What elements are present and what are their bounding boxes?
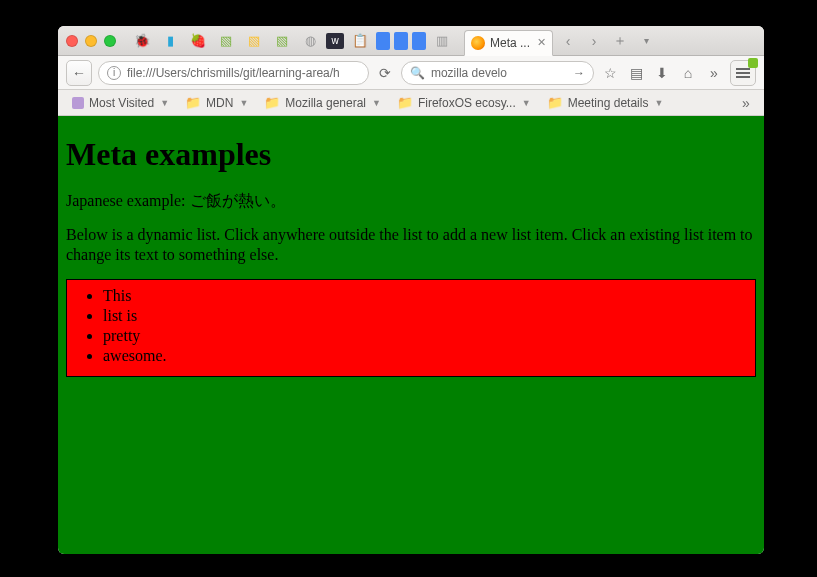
folder-icon: 📁 <box>397 95 413 110</box>
pinned-tab-icon[interactable]: w <box>326 33 344 49</box>
hamburger-icon <box>736 68 750 78</box>
tab-scroll-left-button[interactable]: ‹ <box>557 30 579 52</box>
list-item[interactable]: This <box>103 286 747 306</box>
pinned-tab-icon[interactable] <box>412 32 426 50</box>
search-icon: 🔍 <box>410 66 425 80</box>
reload-button[interactable]: ⟳ <box>375 63 395 83</box>
search-placeholder: mozilla develo <box>431 66 507 80</box>
arrow-left-icon: ← <box>72 65 86 81</box>
star-icon <box>72 97 84 109</box>
bookmark-star-button[interactable]: ☆ <box>600 63 620 83</box>
chevron-down-icon: ▼ <box>654 98 663 108</box>
home-button[interactable]: ⌂ <box>678 63 698 83</box>
titlebar: 🐞 ▮ 🍓 ▧ ▧ ▧ ◍ w 📋 ▥ Meta ... ✕ ‹ › ＋ ▾ <box>58 26 764 56</box>
bookmark-item-most-visited[interactable]: Most Visited ▼ <box>66 94 175 112</box>
bookmark-label: Most Visited <box>89 96 154 110</box>
folder-icon: 📁 <box>264 95 280 110</box>
page-heading: Meta examples <box>66 136 756 173</box>
overflow-button[interactable]: » <box>704 63 724 83</box>
bookmark-folder-meeting-details[interactable]: 📁 Meeting details ▼ <box>541 93 670 112</box>
navigation-toolbar: ← i file:///Users/chrismills/git/learnin… <box>58 56 764 90</box>
window-controls <box>66 35 116 47</box>
japanese-example-text: Japanese example: ご飯が熱い。 <box>66 191 756 211</box>
active-tab[interactable]: Meta ... ✕ <box>464 30 553 56</box>
bookmarks-overflow-button[interactable]: » <box>736 93 756 113</box>
pinned-tab-icon[interactable]: ◍ <box>298 31 322 51</box>
folder-icon: 📁 <box>185 95 201 110</box>
back-button[interactable]: ← <box>66 60 92 86</box>
address-bar[interactable]: i file:///Users/chrismills/git/learning-… <box>98 61 369 85</box>
dynamic-list: This list is pretty awesome. <box>75 286 747 366</box>
chevron-down-icon: ▼ <box>160 98 169 108</box>
bookmark-folder-firefoxos[interactable]: 📁 FirefoxOS ecosy... ▼ <box>391 93 537 112</box>
chevron-down-icon: ▼ <box>239 98 248 108</box>
pinned-tab-icon[interactable]: ▧ <box>242 31 266 51</box>
pinned-tab-icon[interactable]: 📋 <box>348 31 372 51</box>
chevron-down-icon: ▼ <box>522 98 531 108</box>
menu-button[interactable] <box>730 60 756 86</box>
new-tab-button[interactable]: ＋ <box>609 30 631 52</box>
pinned-tab-icon[interactable] <box>376 32 390 50</box>
bookmark-folder-mdn[interactable]: 📁 MDN ▼ <box>179 93 254 112</box>
reload-icon: ⟳ <box>379 65 391 81</box>
pinned-tabs: 🐞 ▮ 🍓 ▧ ▧ ▧ ◍ w 📋 ▥ <box>130 31 454 51</box>
minimize-window-button[interactable] <box>85 35 97 47</box>
search-box[interactable]: 🔍 mozilla develo → <box>401 61 594 85</box>
bookmark-folder-mozilla-general[interactable]: 📁 Mozilla general ▼ <box>258 93 387 112</box>
site-info-icon[interactable]: i <box>107 66 121 80</box>
close-window-button[interactable] <box>66 35 78 47</box>
chevron-down-icon: ▼ <box>372 98 381 108</box>
bookmark-label: MDN <box>206 96 233 110</box>
page-content[interactable]: Meta examples Japanese example: ご飯が熱い。 B… <box>58 116 764 554</box>
pinned-tab-icon[interactable]: ▧ <box>214 31 238 51</box>
update-badge-icon <box>748 58 758 68</box>
list-item[interactable]: list is <box>103 306 747 326</box>
bookmark-label: FirefoxOS ecosy... <box>418 96 516 110</box>
dynamic-list-box: This list is pretty awesome. <box>66 279 756 377</box>
pinned-tab-icon[interactable] <box>394 32 408 50</box>
bookmarks-toolbar: Most Visited ▼ 📁 MDN ▼ 📁 Mozilla general… <box>58 90 764 116</box>
pinned-tab-icon[interactable]: ▧ <box>270 31 294 51</box>
folder-icon: 📁 <box>547 95 563 110</box>
instructions-text: Below is a dynamic list. Click anywhere … <box>66 225 756 265</box>
go-arrow-icon: → <box>573 66 585 80</box>
downloads-button[interactable]: ⬇ <box>652 63 672 83</box>
reader-view-button[interactable]: ▤ <box>626 63 646 83</box>
list-item[interactable]: awesome. <box>103 346 747 366</box>
close-tab-icon[interactable]: ✕ <box>537 36 546 49</box>
pinned-tab-icon[interactable]: ▥ <box>430 31 454 51</box>
pinned-tab-icon[interactable]: ▮ <box>158 31 182 51</box>
tab-title: Meta ... <box>490 36 530 50</box>
browser-window: 🐞 ▮ 🍓 ▧ ▧ ▧ ◍ w 📋 ▥ Meta ... ✕ ‹ › ＋ ▾ ← <box>58 26 764 554</box>
list-item[interactable]: pretty <box>103 326 747 346</box>
bookmark-label: Meeting details <box>568 96 649 110</box>
tab-scroll-right-button[interactable]: › <box>583 30 605 52</box>
pinned-tab-icon[interactable]: 🍓 <box>186 31 210 51</box>
all-tabs-button[interactable]: ▾ <box>635 30 657 52</box>
zoom-window-button[interactable] <box>104 35 116 47</box>
firefox-favicon-icon <box>471 36 485 50</box>
url-text: file:///Users/chrismills/git/learning-ar… <box>127 66 340 80</box>
pinned-tab-icon[interactable]: 🐞 <box>130 31 154 51</box>
bookmark-label: Mozilla general <box>285 96 366 110</box>
